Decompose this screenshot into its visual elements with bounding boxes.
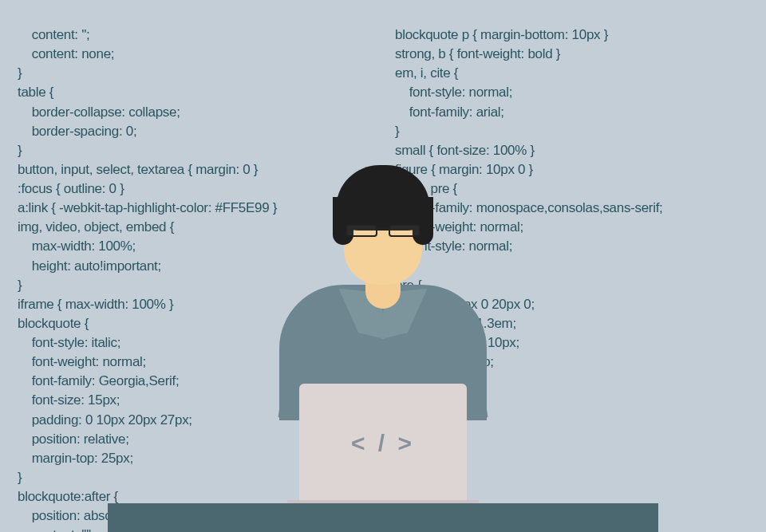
code-background-left: content: ''; content: none; } table { bo… [18,26,277,532]
glasses-bridge [377,227,389,230]
code-icon: < / > [351,430,415,457]
hair [336,165,430,231]
glasses [345,224,421,238]
lens-right [389,224,421,237]
desk [108,503,658,532]
programmer-illustration [279,165,487,420]
lens-left [345,224,377,237]
laptop: < / > [299,384,467,503]
